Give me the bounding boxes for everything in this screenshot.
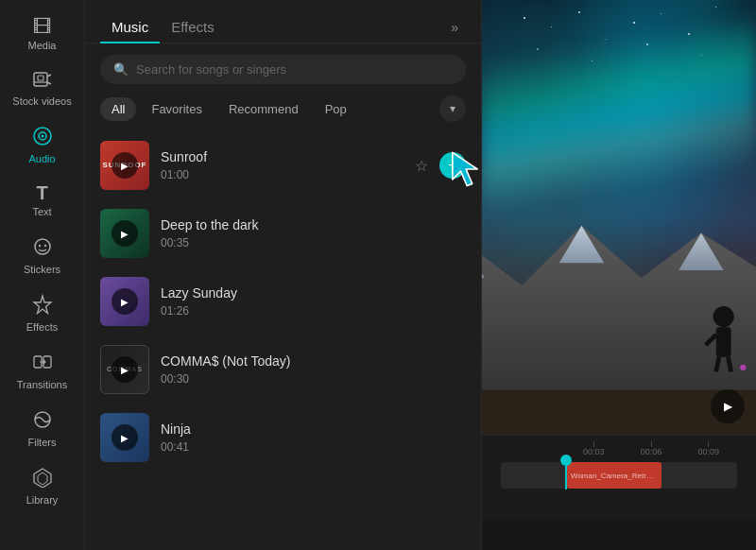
sidebar-item-text[interactable]: T Text (5, 176, 80, 225)
song-duration: 00:41 (161, 440, 400, 454)
song-title: Deep to the dark (161, 217, 400, 232)
sidebar-item-filters-label: Filters (28, 437, 57, 448)
song-thumbnail: ▶ (100, 413, 149, 462)
text-icon: T (36, 183, 47, 202)
filters-icon (32, 409, 53, 433)
song-thumbnail: SUNROOF ▶ (100, 141, 149, 190)
filter-tab-all[interactable]: All (100, 97, 136, 121)
song-play-button[interactable]: ▶ (112, 220, 138, 247)
song-play-button[interactable]: ▶ (112, 356, 138, 383)
favorite-button[interactable]: ☆ (411, 153, 432, 179)
song-title: Ninja (161, 421, 400, 437)
song-item[interactable]: SUNROOF ▶ Sunroof 01:00 ☆ + (85, 131, 481, 199)
song-thumbnail: COMMAS ▶ (100, 345, 149, 394)
svg-rect-23 (716, 327, 731, 357)
sidebar-item-transitions-label: Transitions (17, 379, 67, 390)
song-title: COMMA$ (Not Today) (161, 353, 400, 369)
filter-tab-pop[interactable]: Pop (314, 97, 358, 121)
tab-effects[interactable]: Effects (160, 11, 226, 43)
song-info: Ninja 00:41 (161, 421, 400, 454)
media-icon: 🎞 (33, 17, 52, 36)
favorite-button[interactable]: ☆ (411, 289, 432, 315)
timeline-tick: 00:03 (565, 441, 623, 456)
svg-point-7 (41, 135, 43, 138)
sidebar-item-audio-label: Audio (28, 153, 55, 164)
svg-marker-16 (38, 473, 47, 485)
stickers-icon (32, 236, 53, 260)
video-play-button[interactable]: ▶ (711, 389, 745, 423)
song-thumbnail: ▶ (100, 209, 149, 258)
video-preview: ▶ (482, 0, 756, 435)
add-to-timeline-button[interactable]: + (439, 288, 466, 315)
svg-point-24 (713, 306, 734, 327)
sidebar-item-transitions[interactable]: Transitions (5, 344, 80, 398)
song-duration: 01:26 (161, 304, 400, 318)
svg-line-27 (728, 357, 730, 372)
song-item[interactable]: ▶ Ninja 00:41 ☆ + (85, 404, 481, 472)
panel-tabs: Music Effects » (85, 0, 481, 43)
song-play-button[interactable]: ▶ (112, 424, 138, 451)
song-info: COMMA$ (Not Today) 00:30 (161, 353, 400, 386)
music-panel: Music Effects » 🔍 All Favorites Recommen… (85, 0, 482, 550)
search-input[interactable] (136, 62, 453, 77)
sidebar-item-media[interactable]: 🎞 Media (5, 9, 80, 59)
right-panel: ▶ 00:03 00:06 00:09 Woman_Camera_Retro_L… (482, 0, 756, 550)
timeline-clip-label: Woman_Camera_Retro_Looking At Camera_By_… (567, 472, 662, 480)
song-item[interactable]: ▶ Deep to the dark 00:35 ☆ + (85, 199, 481, 267)
tabs-collapse-button[interactable]: » (443, 16, 466, 39)
stars-overlay (482, 0, 756, 217)
library-icon (32, 467, 53, 490)
timeline-tick: 00:06 (623, 441, 680, 456)
favorite-button[interactable]: ☆ (411, 425, 432, 451)
svg-marker-17 (453, 152, 477, 185)
sidebar-item-text-label: Text (32, 206, 51, 217)
song-list: SUNROOF ▶ Sunroof 01:00 ☆ + ▶ Deep to th… (85, 131, 481, 550)
svg-point-10 (43, 245, 45, 247)
add-to-timeline-button[interactable]: + (439, 424, 466, 451)
timeline-clip[interactable]: Woman_Camera_Retro_Looking At Camera_By_… (567, 462, 662, 489)
filter-tab-recommend[interactable]: Recommend (217, 97, 310, 121)
song-info: Deep to the dark 00:35 (161, 217, 400, 249)
filter-tab-favorites[interactable]: Favorites (140, 97, 213, 121)
svg-marker-11 (34, 296, 51, 314)
tab-music[interactable]: Music (100, 11, 160, 43)
sidebar-item-library[interactable]: Library (5, 459, 80, 513)
song-info: Sunroof 01:00 (161, 149, 400, 181)
add-to-timeline-button[interactable]: + (439, 356, 466, 383)
svg-rect-0 (34, 73, 47, 86)
stock-videos-icon (33, 70, 52, 92)
sidebar-item-audio[interactable]: Audio (5, 118, 80, 172)
song-item[interactable]: COMMAS ▶ COMMA$ (Not Today) 00:30 ☆ + (85, 335, 481, 404)
sidebar-item-filters[interactable]: Filters (5, 402, 80, 455)
sidebar-item-stickers-label: Stickers (24, 264, 60, 275)
song-play-button[interactable]: ▶ (112, 152, 138, 179)
song-thumbnail: ▶ (100, 277, 149, 326)
filter-tabs: All Favorites Recommend Pop ▾ (85, 95, 481, 131)
sidebar-item-media-label: Media (28, 40, 57, 51)
sidebar-item-stock-videos[interactable]: Stock videos (5, 62, 80, 114)
sidebar-item-stickers[interactable]: Stickers (5, 229, 80, 283)
timeline-tick: 00:09 (679, 441, 737, 456)
sidebar-item-effects-label: Effects (26, 321, 58, 333)
search-box: 🔍 (100, 55, 466, 84)
sidebar-item-effects[interactable]: Effects (5, 286, 80, 340)
favorite-button[interactable]: ☆ (411, 357, 432, 383)
filter-more-button[interactable]: ▾ (439, 95, 466, 122)
transitions-icon (32, 352, 53, 375)
song-title: Lazy Sunday (161, 285, 400, 301)
favorite-button[interactable]: ☆ (411, 221, 432, 247)
song-duration: 00:35 (161, 236, 400, 249)
song-item[interactable]: ▶ Lazy Sunday 01:26 ☆ + (85, 267, 481, 335)
timeline-track: Woman_Camera_Retro_Looking At Camera_By_… (501, 462, 737, 489)
svg-rect-1 (38, 76, 43, 80)
search-icon: 🔍 (113, 62, 129, 77)
cursor-arrow-icon (444, 148, 481, 190)
add-to-timeline-button[interactable]: + (439, 220, 466, 247)
song-info: Lazy Sunday 01:26 (161, 285, 400, 318)
song-title: Sunroof (161, 149, 400, 164)
timeline-ruler: 00:03 00:06 00:09 (482, 436, 756, 456)
song-play-button[interactable]: ▶ (112, 288, 138, 315)
effects-icon (32, 294, 53, 318)
timeline-playhead[interactable] (565, 460, 567, 490)
svg-point-28 (740, 365, 746, 370)
